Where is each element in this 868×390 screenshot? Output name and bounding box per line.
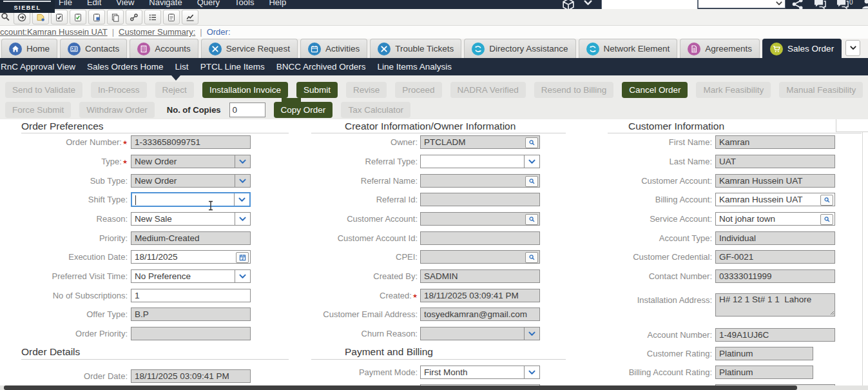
menu-file[interactable]: File xyxy=(57,0,74,8)
chevron-down-icon[interactable] xyxy=(234,193,249,206)
reject-button[interactable]: Reject xyxy=(155,82,194,98)
billing-account-input[interactable] xyxy=(716,193,820,206)
no-of-subscriptions-input[interactable] xyxy=(131,289,250,302)
pick-icon[interactable] xyxy=(525,252,538,263)
chevron-down-icon[interactable] xyxy=(235,175,250,187)
panel-corner-control xyxy=(836,119,868,132)
service-account-input[interactable] xyxy=(716,213,820,225)
order-priority-input xyxy=(131,327,250,340)
revise-button[interactable]: Revise xyxy=(346,82,387,98)
in-process-button[interactable]: In-Process xyxy=(91,82,147,98)
notifications-icon[interactable] xyxy=(836,0,849,9)
breadcrumb-order-label: Order: xyxy=(207,27,231,37)
copy-record-icon[interactable] xyxy=(107,10,124,24)
tab-service-request[interactable]: Service Request xyxy=(201,39,298,58)
tab-accounts[interactable]: Accounts xyxy=(130,39,198,58)
tab-contacts[interactable]: Contacts xyxy=(60,39,127,58)
horizontal-scrollbar-thumb[interactable] xyxy=(4,385,797,390)
menu-view[interactable]: View xyxy=(114,0,136,8)
chevron-down-icon[interactable] xyxy=(584,0,592,6)
execution-date-input[interactable] xyxy=(131,251,236,263)
installation-invoice-button[interactable]: Installation Invoice xyxy=(202,82,288,98)
proceed-button[interactable]: Proceed xyxy=(395,82,441,98)
user-profile-icon[interactable] xyxy=(861,0,868,9)
chevron-down-icon[interactable] xyxy=(524,327,539,340)
nav-line-items-analysis[interactable]: Line Items Analysis xyxy=(377,62,452,72)
pick-icon[interactable] xyxy=(525,176,538,187)
save-record-icon[interactable] xyxy=(70,10,86,24)
reports-chart-icon[interactable] xyxy=(182,10,198,24)
customer-credential-input xyxy=(716,251,834,263)
no-of-copies-input[interactable] xyxy=(229,102,265,117)
tab-agreements[interactable]: Agreements xyxy=(680,39,760,58)
order-form: Order Preferences Creator Information/Ow… xyxy=(0,119,868,385)
chevron-down-icon[interactable] xyxy=(235,213,250,225)
accounts-icon xyxy=(137,43,150,55)
pick-icon[interactable] xyxy=(525,214,538,225)
breadcrumb-customer-summary-link[interactable]: Customer Summary: xyxy=(119,27,195,37)
text-cursor xyxy=(207,200,214,211)
chevron-down-icon[interactable] xyxy=(524,366,539,378)
nav-bncc-archived-orders[interactable]: BNCC Archived Orders xyxy=(276,62,366,72)
withdraw-order-button[interactable]: Withdraw Order xyxy=(79,102,155,118)
tab-home[interactable]: Home xyxy=(1,39,57,58)
tab-network-element[interactable]: Network Element xyxy=(579,39,678,58)
preferred-visit-time-input[interactable] xyxy=(131,270,235,282)
list-view-icon[interactable] xyxy=(144,10,161,24)
menu-query[interactable]: Query xyxy=(195,0,222,8)
reason-input[interactable] xyxy=(131,213,235,225)
referral-type-input[interactable] xyxy=(421,155,524,168)
tab-directory-assistance[interactable]: Directory Assistance xyxy=(464,39,575,58)
manual-feasibility-button[interactable]: Manual Feasibility xyxy=(779,82,863,98)
customer-account-id-input xyxy=(421,232,539,244)
share-icon[interactable] xyxy=(791,0,804,9)
activities-icon xyxy=(308,43,321,55)
menu-navigate[interactable]: Navigate xyxy=(147,0,184,8)
shift-type-input[interactable] xyxy=(132,193,234,206)
send-to-validate-button[interactable]: Send to Validate xyxy=(5,82,82,98)
menu-edit[interactable]: Edit xyxy=(85,0,103,8)
mark-feasibility-button[interactable]: Mark Feasibility xyxy=(696,82,771,98)
chevron-down-icon[interactable] xyxy=(235,155,250,168)
breadcrumb-account-link[interactable]: ccount:Kamran Hussein UAT xyxy=(0,27,108,37)
nav-rnc-approval-view[interactable]: RnC Approval View xyxy=(1,62,75,72)
site-map-cube-icon[interactable] xyxy=(562,0,575,9)
nav-sales-orders-home[interactable]: Sales Orders Home xyxy=(87,62,164,72)
chat-icon[interactable] xyxy=(813,0,827,9)
cancel-order-button[interactable]: Cancel Order xyxy=(622,82,688,98)
tax-calculator-button[interactable]: Tax Calculator xyxy=(341,102,410,118)
tab-trouble-tickets[interactable]: Trouble Tickets xyxy=(370,39,461,58)
calendar-icon[interactable] xyxy=(236,252,249,263)
global-search-input[interactable] xyxy=(601,0,698,9)
chevron-down-icon xyxy=(776,1,782,6)
nadra-verified-button[interactable]: NADRA Verified xyxy=(450,82,526,98)
pick-icon[interactable] xyxy=(525,137,538,148)
resize-grip-icon[interactable] xyxy=(830,311,834,315)
payment-mode-input[interactable] xyxy=(421,366,524,378)
tab-sales-order[interactable]: Sales Order xyxy=(762,39,842,58)
nav-list[interactable]: List xyxy=(175,62,189,72)
tab-activities[interactable]: Activities xyxy=(300,39,367,58)
chevron-down-icon[interactable] xyxy=(524,155,539,168)
nav-ptcl-line-items[interactable]: PTCL Line Items xyxy=(200,62,265,72)
link-icon[interactable] xyxy=(126,10,142,24)
menu-tools[interactable]: Tools xyxy=(233,0,256,8)
submit-button[interactable]: Submit xyxy=(296,82,338,98)
toolbar xyxy=(0,9,868,26)
pick-icon[interactable] xyxy=(820,214,833,225)
clipboard-icon[interactable] xyxy=(163,10,180,24)
sub-type-input xyxy=(131,175,235,187)
pick-icon[interactable] xyxy=(820,195,833,206)
copy-order-button[interactable]: Copy Order xyxy=(274,102,333,118)
tab-overflow-button[interactable] xyxy=(845,40,860,56)
resend-to-billing-button[interactable]: Resend to Billing xyxy=(534,82,613,98)
menu-help[interactable]: Help xyxy=(267,0,288,8)
churn-reason-input xyxy=(421,327,524,340)
copy-save-icon[interactable] xyxy=(88,10,105,24)
force-submit-button[interactable]: Force Submit xyxy=(5,102,71,118)
service-request-icon xyxy=(209,43,222,55)
search-category-select[interactable] xyxy=(698,0,786,8)
owner-input xyxy=(421,136,525,148)
chevron-down-icon[interactable] xyxy=(235,270,250,282)
section-title-order-details: Order Details xyxy=(21,346,80,358)
